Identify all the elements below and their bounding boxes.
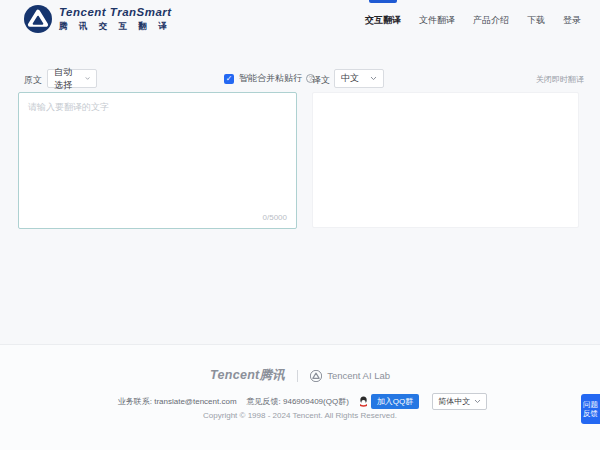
footer: Tencent腾讯 Tencent AI Lab 业务联系: translate…	[0, 344, 600, 450]
nav-tab-label: 交互翻译	[365, 14, 401, 27]
ai-lab-triangle-icon	[310, 370, 322, 382]
nav-tab-file-translate[interactable]: 文件翻译	[410, 0, 464, 40]
transmart-page: Tencent TranSmart 腾 讯 交 互 翻 译 交互翻译 文件翻译 …	[0, 0, 600, 450]
smart-merge-label: 智能合并粘贴行	[239, 72, 302, 85]
site-language-value: 简体中文	[438, 396, 470, 407]
source-text-panel: 0/5000	[18, 92, 297, 229]
ai-lab-label: Tencent AI Lab	[327, 370, 390, 381]
nav-tab-label: 登录	[563, 14, 581, 27]
close-realtime-translate-link[interactable]: 关闭即时翻译	[536, 74, 584, 85]
feedback-line2: 反馈	[583, 409, 598, 418]
logo-text: Tencent TranSmart 腾 讯 交 互 翻 译	[59, 6, 172, 33]
chevron-down-icon	[85, 76, 90, 81]
target-label: 译文	[312, 74, 330, 87]
header: Tencent TranSmart 腾 讯 交 互 翻 译 交互翻译 文件翻译 …	[0, 0, 600, 44]
logo[interactable]: Tencent TranSmart 腾 讯 交 互 翻 译	[24, 5, 172, 33]
feedback-line1: 问题	[583, 400, 598, 409]
smart-merge-option: ✓ 智能合并粘贴行 ?	[224, 72, 315, 85]
transmart-logo-icon	[24, 5, 52, 33]
main-nav: 交互翻译 文件翻译 产品介绍 下载 登录	[356, 0, 590, 40]
nav-tab-label: 文件翻译	[419, 14, 455, 27]
source-language-value: 自动选择	[54, 66, 81, 92]
chevron-down-icon	[370, 76, 377, 81]
logo-subtitle: 腾 讯 交 互 翻 译	[59, 21, 172, 33]
source-language-select[interactable]: 自动选择	[47, 69, 97, 88]
source-text-input[interactable]	[19, 93, 296, 208]
nav-tab-product-intro[interactable]: 产品介绍	[464, 0, 518, 40]
qq-penguin-icon	[359, 396, 368, 407]
translation-output-panel	[312, 92, 579, 228]
footer-brands: Tencent腾讯 Tencent AI Lab	[0, 367, 600, 384]
copyright: Copyright © 1998 - 2024 Tencent. All Rig…	[0, 411, 600, 420]
nav-tab-label: 产品介绍	[473, 14, 509, 27]
nav-tab-label: 下载	[527, 14, 545, 27]
target-language-select[interactable]: 中文	[334, 69, 384, 88]
smart-merge-checkbox[interactable]: ✓	[224, 74, 234, 84]
business-contact: 业务联系: translate@tencent.com	[118, 396, 237, 407]
chevron-down-icon	[474, 399, 481, 404]
source-label: 原文	[24, 74, 42, 87]
tencent-logo: Tencent腾讯	[210, 367, 285, 384]
translate-controls: 原文 自动选择 ✓ 智能合并粘贴行 ? 译文 中文 关闭即时翻译	[0, 68, 600, 92]
tencent-ai-lab: Tencent AI Lab	[310, 370, 390, 382]
footer-contact-row: 业务联系: translate@tencent.com 意见反馈: 946909…	[0, 393, 600, 410]
join-qq-group-button[interactable]: 加入QQ群	[371, 394, 419, 409]
char-count: 0/5000	[263, 213, 287, 222]
target-language-value: 中文	[341, 72, 359, 85]
feedback-float-button[interactable]: 问题 反馈	[581, 394, 600, 424]
nav-tab-interactive-translate[interactable]: 交互翻译	[356, 0, 410, 40]
active-tab-indicator	[369, 0, 397, 3]
brand-divider	[297, 370, 298, 382]
site-language-select[interactable]: 简体中文	[432, 393, 487, 410]
qq-group-action: 加入QQ群	[359, 394, 419, 409]
logo-title: Tencent TranSmart	[59, 6, 172, 18]
feedback-contact: 意见反馈: 946909409(QQ群)	[247, 396, 349, 407]
nav-tab-login[interactable]: 登录	[554, 0, 590, 40]
nav-tab-download[interactable]: 下载	[518, 0, 554, 40]
